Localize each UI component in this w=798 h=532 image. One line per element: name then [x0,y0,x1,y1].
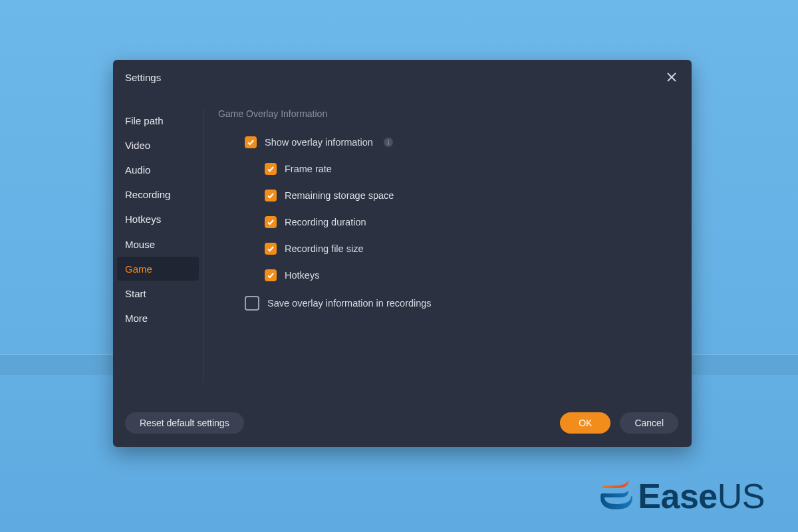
option-label: Frame rate [285,164,332,174]
option-recording-file-size[interactable]: Recording file size [265,243,673,255]
easeus-logo-icon [599,479,634,513]
settings-sidebar: File path Video Audio Recording Hotkeys … [113,90,203,400]
info-icon[interactable]: i [384,138,393,147]
dialog-body: File path Video Audio Recording Hotkeys … [113,90,692,400]
sidebar-item-video[interactable]: Video [113,133,203,157]
option-remaining-storage[interactable]: Remaining storage space [265,190,673,201]
brand-text: EaseUS [638,476,765,516]
option-hotkeys-overlay[interactable]: Hotkeys [265,269,673,281]
checkbox-save-overlay[interactable] [245,296,259,311]
check-icon [267,271,275,279]
checkbox-recording-duration[interactable] [265,216,277,228]
sidebar-item-recording[interactable]: Recording [113,183,203,207]
option-label: Recording file size [285,243,363,254]
option-label: Save overlay information in recordings [267,298,432,309]
checkbox-show-overlay[interactable] [245,136,257,148]
sidebar-item-hotkeys[interactable]: Hotkeys [113,207,203,231]
dialog-header: Settings [113,60,692,90]
sidebar-item-more[interactable]: More [113,307,203,331]
checkbox-hotkeys-overlay[interactable] [265,269,277,281]
section-title: Game Overlay Information [218,108,673,119]
checkbox-recording-file-size[interactable] [265,243,277,255]
check-icon [267,165,275,173]
reset-defaults-button[interactable]: Reset default settings [125,412,244,434]
close-button[interactable] [664,69,680,85]
option-label: Hotkeys [285,270,319,281]
sidebar-item-audio[interactable]: Audio [113,158,203,182]
option-label: Recording duration [285,217,366,227]
sidebar-item-game[interactable]: Game [117,257,199,281]
option-show-overlay[interactable]: Show overlay information i [245,136,673,148]
sidebar-item-file-path[interactable]: File path [113,108,203,132]
close-icon [667,72,676,82]
cancel-button[interactable]: Cancel [620,412,678,434]
settings-content: Game Overlay Information Show overlay in… [203,90,692,400]
sidebar-item-mouse[interactable]: Mouse [113,232,203,256]
dialog-footer: Reset default settings OK Cancel [113,400,692,447]
option-label: Show overlay information [265,137,373,148]
check-icon [267,245,275,253]
sidebar-item-start[interactable]: Start [113,281,203,305]
check-icon [267,192,275,200]
easeus-brand: EaseUS [599,476,765,516]
checkbox-remaining-storage[interactable] [265,190,277,201]
option-save-overlay[interactable]: Save overlay information in recordings [245,296,673,311]
check-icon [247,138,255,146]
check-icon [267,218,275,226]
settings-dialog: Settings File path Video Audio Recording… [113,60,692,447]
option-recording-duration[interactable]: Recording duration [265,216,673,228]
ok-button[interactable]: OK [560,412,610,434]
option-frame-rate[interactable]: Frame rate [265,163,673,175]
dialog-title: Settings [125,72,161,83]
checkbox-frame-rate[interactable] [265,163,277,175]
option-label: Remaining storage space [285,190,394,201]
